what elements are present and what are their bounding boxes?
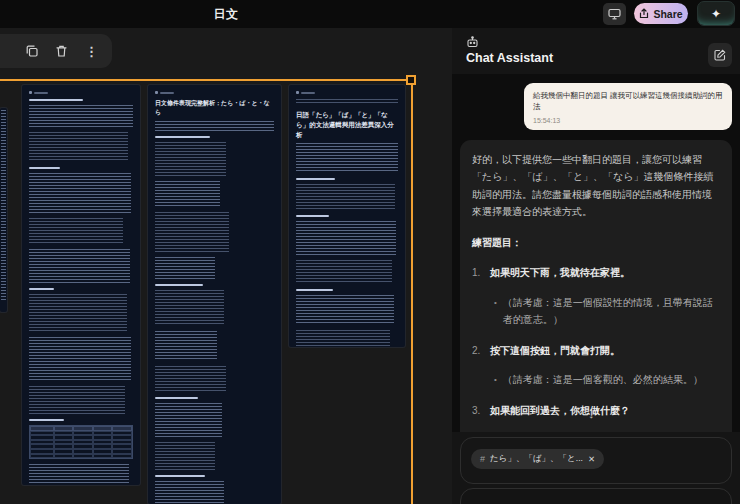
page-heading-line [29,419,64,421]
page-heading-line [296,215,329,217]
assistant-section-title: 練習題目： [472,234,720,252]
page-text-lines [155,481,224,504]
page-text-lines [155,403,222,437]
document-page-1[interactable] [22,85,140,485]
page-text-lines [296,184,395,210]
document-page-3[interactable]: 日語「たら」「ば」「と」「なら」的文法邏輯與用法差異深入分析 [289,85,405,347]
page-heading-line [296,289,333,291]
page-text-lines [155,290,224,326]
page-text-lines [29,105,133,127]
note-text: （請考慮：這是一個假設性的情境，且帶有說話者的意志。） [503,294,720,329]
comparison-table [29,425,133,459]
page-text-lines [155,366,226,392]
page-badge [296,91,398,94]
page-badge [29,91,133,94]
item-number: 1. [472,264,484,282]
page-text-lines [29,218,123,244]
page-text-lines [155,212,229,252]
page-heading-line [296,178,335,180]
page-heading-line [155,284,203,286]
item-statement: 按下這個按鈕，門就會打開。 [490,342,620,360]
practice-item: 3. 如果能回到過去，你想做什麼？ [472,402,720,420]
practice-item-note: • （請考慮：這是一個不太可能實現的假設。） [494,431,720,432]
sparkle-icon: ✦ [711,7,721,21]
page-text-lines [296,221,396,255]
document-canvas[interactable]: ⋮ 日文條件表現完整解析：たら・ば・と・なら [0,28,452,504]
page-text-lines [29,337,131,381]
page-heading-line [155,397,198,399]
composer-input-area[interactable] [460,488,732,504]
note-text: （請考慮：這是一個不太可能實現的假設。） [503,431,703,432]
page-text-lines [29,294,127,332]
page-text-lines [296,260,392,284]
practice-item: 1. 如果明天下雨，我就待在家裡。 [472,264,720,282]
compose-icon [714,49,726,61]
page-heading-line [29,288,54,290]
page-text-lines [29,132,128,162]
user-message-timestamp: 15:54:13 [533,117,723,124]
assistant-intro: 好的，以下提供您一些中翻日的題目，讓您可以練習「たら」、「ば」、「と」、「なら」… [472,151,720,221]
scroll-to-bottom-button[interactable]: ↓ [588,406,595,421]
user-message-text: 給我幾個中翻日的題目 讓我可以練習這幾個接續助詞的用法 [533,90,723,113]
chat-header: Chat Assistant [452,28,740,74]
page-title: 日文條件表現完整解析：たら・ば・と・なら [155,99,274,117]
selection-border-top [0,79,413,81]
practice-item: 2. 按下這個按鈕，門就會打開。 [472,342,720,360]
page-text-lines [29,249,130,283]
page-heading-line [29,99,83,101]
bullet-icon: • [494,371,497,389]
page-text-lines [29,386,125,414]
document-title: 日文 [0,0,452,28]
note-text: （請考慮：這是一個客觀的、必然的結果。） [503,371,703,389]
selection-handle[interactable] [406,75,416,85]
more-options-icon[interactable]: ⋮ [85,44,98,59]
page-text-lines [296,143,398,173]
share-button[interactable]: Share [634,3,688,24]
block-reference-icon: # [480,454,485,464]
document-page-partial[interactable] [0,108,7,312]
page-text-lines [155,181,220,207]
upload-icon [639,8,649,19]
page-text-lines [155,142,226,176]
chat-assistant-panel: Chat Assistant 給我幾個中翻日的題目 讓我可以練習這幾個接續助詞的… [452,28,740,504]
page-text-lines [155,442,215,470]
page-title: 日語「たら」「ば」「と」「なら」的文法邏輯與用法差異深入分析 [296,110,398,139]
item-statement: 如果能回到過去，你想做什麼？ [490,402,630,420]
assistant-message-bubble: 好的，以下提供您一些中翻日的題目，讓您可以練習「たら」、「ば」、「と」、「なら」… [460,140,732,433]
practice-item-note: • （請考慮：這是一個假設性的情境，且帶有說話者的意志。） [494,294,720,329]
close-icon[interactable]: ✕ [588,454,595,464]
page-text-lines [296,99,398,105]
item-number: 3. [472,402,484,420]
monitor-icon [608,8,621,20]
ai-sparkle-button[interactable]: ✦ [697,1,735,26]
user-message-bubble: 給我幾個中翻日的題目 讓我可以練習這幾個接續助詞的用法 15:54:13 [524,83,732,130]
practice-item-note: • （請考慮：這是一個客觀的、必然的結果。） [494,371,720,389]
title-bar: 日文 Share ✦ [0,0,740,28]
chat-panel-title: Chat Assistant [466,51,553,65]
composer-context-area: # たら」、「ば」、「と... ✕ [460,437,732,484]
page-heading-line [155,136,210,138]
context-chip-label: たら」、「ば」、「と... [490,453,583,465]
present-button[interactable] [603,3,626,25]
item-number: 2. [472,342,484,360]
message-list[interactable]: 給我幾個中翻日的題目 讓我可以練習這幾個接續助詞的用法 15:54:13 好的，… [452,74,740,432]
page-text-lines [296,295,394,325]
trash-icon[interactable] [56,45,67,57]
duplicate-icon[interactable] [26,45,38,57]
page-text-lines [155,121,274,131]
page-badge [155,91,274,94]
bullet-icon: • [494,431,497,432]
bullet-icon: • [494,294,497,329]
new-chat-button[interactable] [708,43,732,67]
selection-toolbar: ⋮ [0,34,112,68]
down-arrow-icon: ↓ [588,406,595,421]
document-page-2[interactable]: 日文條件表現完整解析：たら・ば・と・なら [148,85,281,504]
item-statement: 如果明天下雨，我就待在家裡。 [490,264,630,282]
share-label: Share [653,8,682,20]
page-text-lines [296,330,390,347]
page-heading-line [155,475,205,477]
page-text-lines [155,257,215,279]
page-text-lines [1,110,6,300]
context-reference-chip[interactable]: # たら」、「ば」、「と... ✕ [471,449,604,469]
page-text-lines [29,173,131,213]
